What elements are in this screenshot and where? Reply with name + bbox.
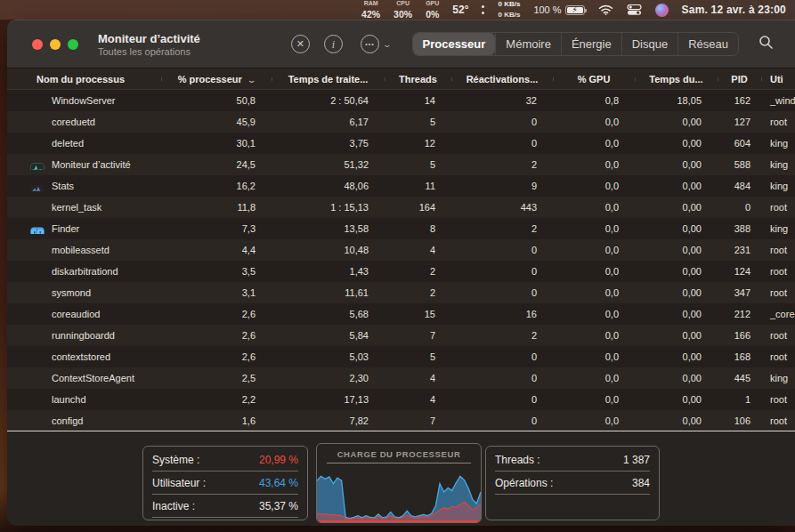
table-row[interactable]: mobileassetd4,410,48400,00,00231root (7, 239, 795, 261)
search-button[interactable] (758, 35, 774, 53)
table-row[interactable]: deleted30,13,751200,00,00604king (7, 133, 795, 154)
ellipsis-icon: ••• (365, 41, 374, 47)
net-down: 0 KB/s (498, 12, 520, 19)
cell-cpu: 45,9 (161, 117, 272, 127)
tab-processeur[interactable]: Processeur (413, 33, 496, 55)
table-row[interactable]: ContextStoreAgent2,52,30400,00,00445king (7, 367, 795, 389)
window-title: Moniteur d’activité (98, 32, 200, 45)
cell-user: king (761, 138, 795, 149)
cell-time: 5,68 (272, 309, 385, 319)
chevron-down-icon[interactable]: ⌄ (382, 40, 392, 49)
cell-cpu: 50,8 (161, 95, 272, 106)
cell-user: root (761, 330, 795, 341)
cell-gpu: 0,0 (553, 394, 635, 405)
menubar-clock[interactable]: Sam. 12 avr. à 23:00 (682, 4, 786, 16)
tab-réseau[interactable]: Réseau (677, 33, 738, 55)
more-options-button[interactable]: ••• (361, 35, 379, 53)
table-row[interactable]: coreaudiod2,65,6815160,00,00212_core (7, 303, 795, 325)
cell-pid: 388 (718, 223, 761, 234)
cell-gpu: 0,0 (553, 138, 635, 149)
cell-threads: 2 (385, 266, 451, 277)
cell-time: 1,43 (272, 266, 385, 277)
cell-user: king (761, 181, 795, 191)
desktop: RAM 42% CPU 30% GPU 0% 52° 0 KB/s 0 KB/s… (0, 0, 795, 532)
cell-user: _wind (761, 95, 795, 106)
siri-icon[interactable] (655, 4, 669, 17)
column-header[interactable]: Threads (385, 74, 451, 85)
table-row[interactable]: Stats16,248,061190,00,00484king (7, 175, 795, 197)
cell-gpu_time: 0,00 (635, 415, 718, 426)
finder-app-icon (30, 227, 45, 234)
menubar-gpu-widget[interactable]: GPU 0% (426, 0, 439, 20)
cell-name: coreaudiod (7, 309, 161, 319)
table-row[interactable]: configd1,67,82700,00,00106root (7, 410, 795, 431)
column-header[interactable]: Uti (761, 74, 795, 85)
cell-user: root (761, 266, 795, 277)
cell-pid: 106 (718, 415, 761, 426)
minimize-window-button[interactable] (50, 39, 61, 50)
close-window-button[interactable] (32, 39, 43, 50)
cell-cpu: 24,5 (161, 159, 272, 170)
column-header[interactable]: PID (718, 74, 761, 85)
column-header[interactable]: Réactivations... (451, 74, 553, 85)
table-row[interactable]: runningboardd2,65,84720,00,00166root (7, 325, 795, 346)
column-header[interactable]: Nom du processus (7, 74, 161, 85)
column-header[interactable]: Temps du... (635, 74, 718, 85)
close-icon: ✕ (296, 39, 304, 49)
cell-pid: 124 (718, 266, 761, 277)
gpu-label: GPU (426, 0, 439, 6)
cell-wakeups: 0 (451, 245, 553, 255)
traffic-lights (32, 39, 78, 50)
wifi-icon[interactable] (598, 4, 613, 15)
table-row[interactable]: kernel_task11,81 : 15,131644430,00,000ro… (7, 197, 795, 218)
tab-mémoire[interactable]: Mémoire (495, 33, 561, 55)
table-row[interactable]: Moniteur d’activité24,551,32520,00,00588… (7, 154, 795, 175)
menubar-dots-icon[interactable] (482, 5, 484, 14)
cell-gpu: 0,0 (553, 181, 635, 191)
process-name: runningboardd (52, 330, 115, 341)
table-row[interactable]: coreduetd45,96,17500,00,00127root (7, 111, 795, 133)
cell-gpu_time: 0,00 (635, 373, 718, 383)
cell-gpu: 0,0 (553, 287, 635, 298)
cell-wakeups: 32 (451, 95, 553, 106)
column-header-label: Uti (770, 74, 783, 85)
table-row[interactable]: WindowServer50,82 : 50,6414320,818,05162… (7, 90, 795, 111)
menubar-network-widget[interactable]: 0 KB/s 0 KB/s (498, 1, 520, 19)
cell-time: 1 : 15,13 (272, 202, 385, 213)
table-row[interactable]: contextstored2,65,03500,00,00168root (7, 346, 795, 367)
cpu-value: 30% (393, 10, 412, 20)
table-row[interactable]: launchd2,217,13400,00,001root (7, 389, 795, 410)
table-row[interactable]: diskarbitrationd3,51,43200,00,00124root (7, 261, 795, 282)
tab-énergie[interactable]: Énergie (561, 33, 621, 55)
process-name: Moniteur d’activité (52, 159, 131, 170)
quit-process-button[interactable]: ✕ (291, 35, 310, 53)
operations-label: Opérations : (495, 477, 553, 489)
zoom-window-button[interactable] (68, 39, 78, 50)
cell-name: Moniteur d’activité (7, 159, 161, 170)
control-center-icon[interactable] (627, 4, 642, 15)
cell-wakeups: 0 (451, 351, 553, 362)
cell-threads: 4 (385, 373, 451, 383)
cell-wakeups: 9 (451, 181, 553, 191)
view-tabs: ProcesseurMémoireÉnergieDisqueRéseau (412, 32, 740, 56)
cell-gpu_time: 0,00 (635, 245, 718, 255)
cell-threads: 7 (385, 415, 451, 426)
inspect-process-button[interactable]: i (324, 35, 343, 53)
cell-cpu: 2,6 (161, 330, 272, 341)
menubar-cpu-widget[interactable]: CPU 30% (393, 0, 412, 20)
cell-gpu_time: 0,00 (635, 181, 718, 191)
cell-name: Finder (7, 223, 161, 234)
tab-disque[interactable]: Disque (621, 33, 677, 55)
menubar-temperature[interactable]: 52° (452, 4, 468, 16)
cell-time: 5,84 (272, 330, 385, 341)
column-header[interactable]: % processeur⌄ (161, 74, 272, 85)
table-row[interactable]: sysmond3,111,61200,00,00347root (7, 282, 795, 303)
chart-title-rule (327, 463, 471, 463)
column-header[interactable]: % GPU (553, 74, 635, 85)
menubar-ram-widget[interactable]: RAM 42% (361, 0, 380, 20)
menubar-battery-widget[interactable]: 100 % ⚡ (533, 4, 584, 15)
table-row[interactable]: Finder7,313,58820,00,00388king (7, 218, 795, 239)
column-header[interactable]: Temps de traite... (272, 74, 385, 85)
cell-wakeups: 0 (451, 138, 553, 149)
chart-title: CHARGE DU PROCESSEUR (317, 444, 481, 459)
